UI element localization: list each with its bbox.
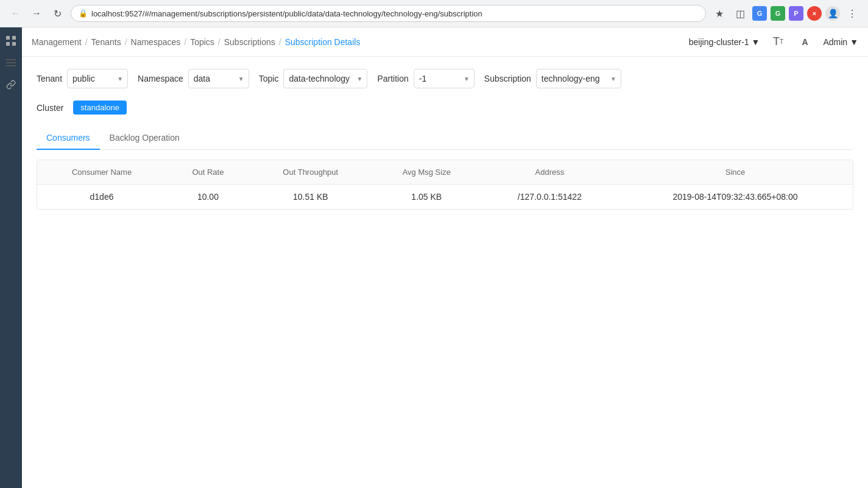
col-consumer-name: Consumer Name bbox=[37, 160, 166, 185]
cell-out-throughput: 10.51 KB bbox=[250, 185, 372, 210]
breadcrumb-sep-1: / bbox=[85, 37, 88, 47]
namespace-select[interactable]: data bbox=[188, 69, 249, 88]
topic-select-wrapper: data-technology ▼ bbox=[283, 69, 367, 88]
breadcrumb-subscription-details: Subscription Details bbox=[285, 37, 361, 47]
sidebar-grid-icon[interactable] bbox=[2, 32, 19, 49]
breadcrumb-sep-2: / bbox=[125, 37, 127, 47]
col-out-rate: Out Rate bbox=[166, 160, 250, 185]
translate-button[interactable]: A​​ bbox=[796, 34, 813, 51]
topic-filter: Topic data-technology ▼ bbox=[259, 69, 368, 88]
browser-toolbar: ← → ↻ 🔒 localhost:9527/#/management/subs… bbox=[0, 0, 868, 27]
ext-avatar[interactable]: 👤 bbox=[825, 6, 840, 21]
ext-translate[interactable]: G bbox=[752, 6, 767, 21]
consumers-table: Consumer Name Out Rate Out Throughput Av… bbox=[37, 160, 853, 209]
svg-rect-3 bbox=[12, 42, 16, 46]
cell-address: /127.0.0.1:51422 bbox=[482, 185, 618, 210]
cluster-standalone-tag[interactable]: standalone bbox=[73, 101, 127, 115]
address-bar[interactable]: 🔒 localhost:9527/#/management/subscripti… bbox=[71, 5, 706, 22]
sidebar bbox=[0, 27, 22, 488]
reload-button[interactable]: ↻ bbox=[49, 5, 66, 22]
breadcrumb-sep-4: / bbox=[218, 37, 221, 47]
cell-since: 2019-08-14T09:32:43.665+08:00 bbox=[618, 185, 853, 210]
partition-label: Partition bbox=[377, 74, 408, 83]
breadcrumb-subscriptions[interactable]: Subscriptions bbox=[224, 37, 275, 47]
back-button[interactable]: ← bbox=[7, 5, 24, 22]
ext-green[interactable]: G bbox=[771, 6, 785, 21]
subscription-select[interactable]: technology-eng bbox=[536, 69, 621, 88]
namespace-filter: Namespace data ▼ bbox=[138, 69, 249, 88]
forward-button[interactable]: → bbox=[28, 5, 45, 22]
ext-red[interactable]: × bbox=[807, 6, 822, 21]
svg-rect-0 bbox=[6, 36, 10, 40]
hamburger-icon[interactable] bbox=[2, 54, 19, 71]
cluster-filter-label: Cluster bbox=[37, 103, 63, 113]
partition-filter: Partition -1 ▼ bbox=[377, 69, 474, 88]
header-right: beijing-cluster-1 ▼ T​T A​​ Admin ▼ bbox=[689, 34, 858, 51]
cell-avg-msg-size: 1.05 KB bbox=[372, 185, 482, 210]
cluster-chevron: ▼ bbox=[752, 37, 760, 47]
svg-rect-1 bbox=[12, 36, 16, 40]
partition-select[interactable]: -1 bbox=[414, 69, 475, 88]
cell-out-rate: 10.00 bbox=[166, 185, 250, 210]
namespace-label: Namespace bbox=[138, 74, 183, 83]
url-text: localhost:9527/#/management/subscription… bbox=[91, 9, 482, 18]
cluster-name: beijing-cluster-1 bbox=[689, 37, 749, 47]
table-body: d1de6 10.00 10.51 KB 1.05 KB /127.0.0.1:… bbox=[37, 185, 853, 210]
tabs: Consumers Backlog Operation bbox=[37, 127, 853, 150]
ext-purple[interactable]: P bbox=[789, 6, 803, 21]
tenant-select-wrapper: public ▼ bbox=[67, 69, 128, 88]
col-out-throughput: Out Throughput bbox=[250, 160, 372, 185]
subscription-label: Subscription bbox=[484, 74, 531, 83]
extensions-button[interactable]: ◫ bbox=[732, 5, 749, 22]
app-container: Management / Tenants / Namespaces / Topi… bbox=[0, 27, 868, 488]
col-since: Since bbox=[618, 160, 853, 185]
col-address: Address bbox=[482, 160, 618, 185]
col-avg-msg-size: Avg Msg Size bbox=[372, 160, 482, 185]
breadcrumb-topics[interactable]: Topics bbox=[190, 37, 214, 47]
topic-select[interactable]: data-technology bbox=[283, 69, 367, 88]
table-row: d1de6 10.00 10.51 KB 1.05 KB /127.0.0.1:… bbox=[37, 185, 853, 210]
top-header: Management / Tenants / Namespaces / Topi… bbox=[22, 27, 868, 57]
breadcrumb-sep-5: / bbox=[279, 37, 281, 47]
filter-row-1: Tenant public ▼ Namespace data ▼ bbox=[37, 69, 853, 88]
cluster-selector[interactable]: beijing-cluster-1 ▼ bbox=[689, 37, 760, 47]
sidebar-link-icon[interactable] bbox=[2, 76, 19, 93]
topic-label: Topic bbox=[259, 74, 279, 83]
svg-rect-2 bbox=[6, 42, 10, 46]
tab-backlog-operation[interactable]: Backlog Operation bbox=[100, 127, 189, 150]
browser-actions: ★ ◫ G G P × 👤 ⋮ bbox=[711, 5, 861, 22]
breadcrumb: Management / Tenants / Namespaces / Topi… bbox=[32, 37, 360, 47]
breadcrumb-management[interactable]: Management bbox=[32, 37, 82, 47]
nav-buttons: ← → ↻ bbox=[7, 5, 66, 22]
bookmark-button[interactable]: ★ bbox=[711, 5, 728, 22]
consumers-table-container: Consumer Name Out Rate Out Throughput Av… bbox=[37, 160, 853, 210]
table-header: Consumer Name Out Rate Out Throughput Av… bbox=[37, 160, 853, 185]
table-header-row: Consumer Name Out Rate Out Throughput Av… bbox=[37, 160, 853, 185]
subscription-filter: Subscription technology-eng ▼ bbox=[484, 69, 621, 88]
cluster-row: Cluster standalone bbox=[37, 101, 853, 115]
lock-icon: 🔒 bbox=[79, 9, 88, 18]
browser-chrome: ← → ↻ 🔒 localhost:9527/#/management/subs… bbox=[0, 0, 868, 27]
tenant-select[interactable]: public bbox=[67, 69, 128, 88]
partition-select-wrapper: -1 ▼ bbox=[414, 69, 475, 88]
more-button[interactable]: ⋮ bbox=[844, 5, 861, 22]
admin-chevron: ▼ bbox=[850, 37, 858, 47]
tenant-label: Tenant bbox=[37, 74, 62, 83]
admin-menu[interactable]: Admin ▼ bbox=[823, 37, 858, 47]
breadcrumb-namespaces[interactable]: Namespaces bbox=[131, 37, 181, 47]
font-size-button[interactable]: T​T bbox=[769, 34, 786, 51]
namespace-select-wrapper: data ▼ bbox=[188, 69, 249, 88]
cell-consumer-name: d1de6 bbox=[37, 185, 166, 210]
tab-consumers[interactable]: Consumers bbox=[37, 127, 100, 150]
admin-label: Admin bbox=[823, 37, 847, 47]
subscription-select-wrapper: technology-eng ▼ bbox=[536, 69, 621, 88]
main-content: Tenant public ▼ Namespace data ▼ bbox=[22, 57, 868, 488]
breadcrumb-sep-3: / bbox=[184, 37, 186, 47]
tenant-filter: Tenant public ▼ bbox=[37, 69, 128, 88]
breadcrumb-tenants[interactable]: Tenants bbox=[91, 37, 121, 47]
